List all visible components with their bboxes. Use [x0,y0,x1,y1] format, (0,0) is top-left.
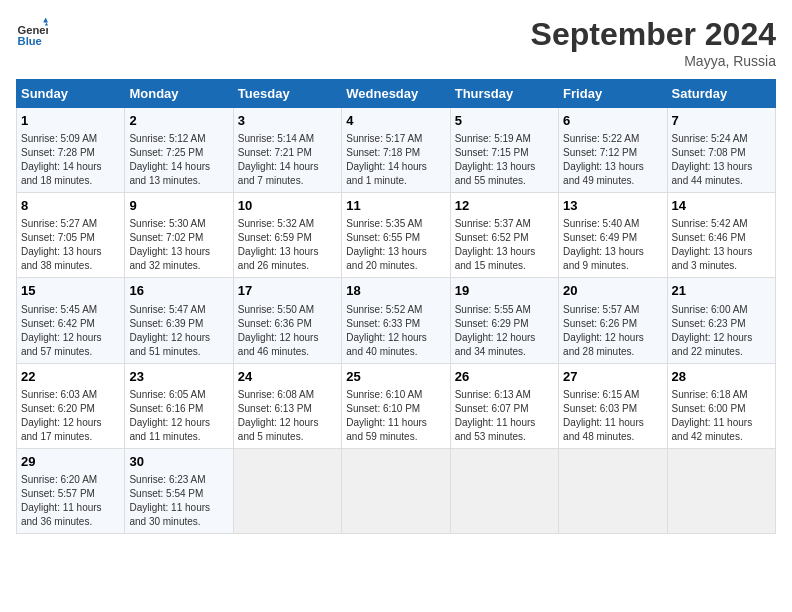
table-row: 1Sunrise: 5:09 AM Sunset: 7:28 PM Daylig… [17,108,776,193]
page-header: General Blue September 2024 Mayya, Russi… [16,16,776,69]
col-sunday: Sunday [17,80,125,108]
day-number: 10 [238,197,337,215]
day-info: Sunrise: 6:20 AM Sunset: 5:57 PM Dayligh… [21,473,120,529]
day-number: 12 [455,197,554,215]
day-number: 30 [129,453,228,471]
day-info: Sunrise: 5:14 AM Sunset: 7:21 PM Dayligh… [238,132,337,188]
table-cell: 12Sunrise: 5:37 AM Sunset: 6:52 PM Dayli… [450,193,558,278]
col-monday: Monday [125,80,233,108]
table-cell: 20Sunrise: 5:57 AM Sunset: 6:26 PM Dayli… [559,278,667,363]
table-cell [233,448,341,533]
day-info: Sunrise: 5:32 AM Sunset: 6:59 PM Dayligh… [238,217,337,273]
day-info: Sunrise: 6:00 AM Sunset: 6:23 PM Dayligh… [672,303,771,359]
table-row: 29Sunrise: 6:20 AM Sunset: 5:57 PM Dayli… [17,448,776,533]
table-cell [667,448,775,533]
table-cell: 25Sunrise: 6:10 AM Sunset: 6:10 PM Dayli… [342,363,450,448]
table-cell: 7Sunrise: 5:24 AM Sunset: 7:08 PM Daylig… [667,108,775,193]
table-cell: 27Sunrise: 6:15 AM Sunset: 6:03 PM Dayli… [559,363,667,448]
location: Mayya, Russia [531,53,776,69]
table-cell: 3Sunrise: 5:14 AM Sunset: 7:21 PM Daylig… [233,108,341,193]
day-info: Sunrise: 6:23 AM Sunset: 5:54 PM Dayligh… [129,473,228,529]
day-info: Sunrise: 5:45 AM Sunset: 6:42 PM Dayligh… [21,303,120,359]
table-cell: 21Sunrise: 6:00 AM Sunset: 6:23 PM Dayli… [667,278,775,363]
day-number: 15 [21,282,120,300]
day-info: Sunrise: 5:57 AM Sunset: 6:26 PM Dayligh… [563,303,662,359]
svg-text:Blue: Blue [18,35,42,47]
day-number: 24 [238,368,337,386]
table-row: 22Sunrise: 6:03 AM Sunset: 6:20 PM Dayli… [17,363,776,448]
col-thursday: Thursday [450,80,558,108]
calendar-table: Sunday Monday Tuesday Wednesday Thursday… [16,79,776,534]
day-number: 29 [21,453,120,471]
day-info: Sunrise: 5:19 AM Sunset: 7:15 PM Dayligh… [455,132,554,188]
day-info: Sunrise: 5:37 AM Sunset: 6:52 PM Dayligh… [455,217,554,273]
day-info: Sunrise: 5:17 AM Sunset: 7:18 PM Dayligh… [346,132,445,188]
table-row: 8Sunrise: 5:27 AM Sunset: 7:05 PM Daylig… [17,193,776,278]
logo: General Blue [16,16,48,48]
table-cell [342,448,450,533]
table-cell: 10Sunrise: 5:32 AM Sunset: 6:59 PM Dayli… [233,193,341,278]
table-cell: 26Sunrise: 6:13 AM Sunset: 6:07 PM Dayli… [450,363,558,448]
table-cell: 28Sunrise: 6:18 AM Sunset: 6:00 PM Dayli… [667,363,775,448]
day-info: Sunrise: 6:15 AM Sunset: 6:03 PM Dayligh… [563,388,662,444]
table-cell: 30Sunrise: 6:23 AM Sunset: 5:54 PM Dayli… [125,448,233,533]
svg-marker-2 [43,18,48,23]
title-area: September 2024 Mayya, Russia [531,16,776,69]
col-saturday: Saturday [667,80,775,108]
table-cell: 29Sunrise: 6:20 AM Sunset: 5:57 PM Dayli… [17,448,125,533]
table-cell: 14Sunrise: 5:42 AM Sunset: 6:46 PM Dayli… [667,193,775,278]
col-wednesday: Wednesday [342,80,450,108]
day-number: 22 [21,368,120,386]
col-tuesday: Tuesday [233,80,341,108]
table-cell: 18Sunrise: 5:52 AM Sunset: 6:33 PM Dayli… [342,278,450,363]
day-info: Sunrise: 5:27 AM Sunset: 7:05 PM Dayligh… [21,217,120,273]
table-cell: 13Sunrise: 5:40 AM Sunset: 6:49 PM Dayli… [559,193,667,278]
day-info: Sunrise: 6:18 AM Sunset: 6:00 PM Dayligh… [672,388,771,444]
day-number: 7 [672,112,771,130]
table-cell: 1Sunrise: 5:09 AM Sunset: 7:28 PM Daylig… [17,108,125,193]
table-cell: 4Sunrise: 5:17 AM Sunset: 7:18 PM Daylig… [342,108,450,193]
table-cell: 24Sunrise: 6:08 AM Sunset: 6:13 PM Dayli… [233,363,341,448]
day-info: Sunrise: 5:35 AM Sunset: 6:55 PM Dayligh… [346,217,445,273]
header-row: Sunday Monday Tuesday Wednesday Thursday… [17,80,776,108]
day-number: 18 [346,282,445,300]
day-number: 19 [455,282,554,300]
day-number: 26 [455,368,554,386]
logo-icon: General Blue [16,16,48,48]
day-number: 4 [346,112,445,130]
table-cell: 22Sunrise: 6:03 AM Sunset: 6:20 PM Dayli… [17,363,125,448]
day-number: 3 [238,112,337,130]
day-info: Sunrise: 5:22 AM Sunset: 7:12 PM Dayligh… [563,132,662,188]
day-number: 28 [672,368,771,386]
day-info: Sunrise: 6:03 AM Sunset: 6:20 PM Dayligh… [21,388,120,444]
day-number: 21 [672,282,771,300]
svg-text:General: General [18,24,48,36]
day-info: Sunrise: 5:12 AM Sunset: 7:25 PM Dayligh… [129,132,228,188]
day-number: 27 [563,368,662,386]
day-number: 1 [21,112,120,130]
day-number: 20 [563,282,662,300]
table-cell: 8Sunrise: 5:27 AM Sunset: 7:05 PM Daylig… [17,193,125,278]
table-cell: 9Sunrise: 5:30 AM Sunset: 7:02 PM Daylig… [125,193,233,278]
day-number: 11 [346,197,445,215]
day-number: 2 [129,112,228,130]
table-cell: 11Sunrise: 5:35 AM Sunset: 6:55 PM Dayli… [342,193,450,278]
day-info: Sunrise: 5:40 AM Sunset: 6:49 PM Dayligh… [563,217,662,273]
table-row: 15Sunrise: 5:45 AM Sunset: 6:42 PM Dayli… [17,278,776,363]
day-number: 14 [672,197,771,215]
day-info: Sunrise: 5:30 AM Sunset: 7:02 PM Dayligh… [129,217,228,273]
day-number: 8 [21,197,120,215]
day-info: Sunrise: 5:09 AM Sunset: 7:28 PM Dayligh… [21,132,120,188]
day-info: Sunrise: 5:42 AM Sunset: 6:46 PM Dayligh… [672,217,771,273]
day-info: Sunrise: 5:24 AM Sunset: 7:08 PM Dayligh… [672,132,771,188]
day-info: Sunrise: 6:10 AM Sunset: 6:10 PM Dayligh… [346,388,445,444]
table-cell: 5Sunrise: 5:19 AM Sunset: 7:15 PM Daylig… [450,108,558,193]
day-number: 6 [563,112,662,130]
day-info: Sunrise: 6:08 AM Sunset: 6:13 PM Dayligh… [238,388,337,444]
day-number: 13 [563,197,662,215]
day-number: 17 [238,282,337,300]
table-cell: 2Sunrise: 5:12 AM Sunset: 7:25 PM Daylig… [125,108,233,193]
day-info: Sunrise: 5:52 AM Sunset: 6:33 PM Dayligh… [346,303,445,359]
day-info: Sunrise: 5:55 AM Sunset: 6:29 PM Dayligh… [455,303,554,359]
day-number: 16 [129,282,228,300]
